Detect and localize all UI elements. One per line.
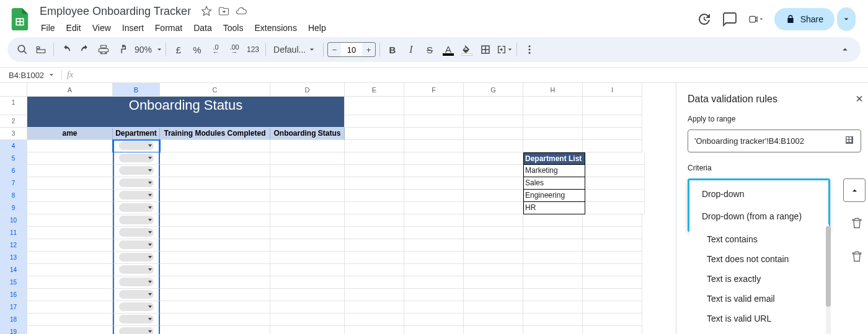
dropdown-chip-cell[interactable] <box>113 252 160 264</box>
dropdown-chip-cell[interactable] <box>113 289 160 301</box>
text-color-button[interactable]: A <box>440 41 457 58</box>
comment-icon[interactable] <box>722 12 737 27</box>
menu-view[interactable]: View <box>87 20 116 35</box>
number-format-button[interactable]: 123 <box>244 41 262 58</box>
sheets-logo-icon[interactable] <box>7 7 32 32</box>
row-header[interactable]: 5 <box>0 152 27 165</box>
row-header[interactable]: 2 <box>0 115 27 128</box>
col-header-B[interactable]: B <box>113 83 160 97</box>
dropdown-chip-cell[interactable] <box>113 314 160 326</box>
criteria-option-valid-url[interactable]: Text is valid URL <box>689 309 829 328</box>
menu-tools[interactable]: Tools <box>218 20 249 35</box>
move-folder-icon[interactable] <box>218 6 229 17</box>
menu-file[interactable]: File <box>36 20 60 35</box>
header-cell[interactable]: Onboarding Status <box>270 128 345 140</box>
dropdown-chip-cell[interactable] <box>113 214 160 227</box>
dropdown-chip-cell[interactable] <box>113 276 160 289</box>
apply-range-input[interactable]: 'Onboarding tracker'!B4:B1002 <box>688 130 861 152</box>
header-cell[interactable] <box>523 128 583 140</box>
menu-extensions[interactable]: Extensions <box>249 20 301 35</box>
col-header-H[interactable]: H <box>523 83 583 97</box>
italic-button[interactable]: I <box>402 41 420 58</box>
font-family-dropdown[interactable]: Defaul... <box>270 45 319 55</box>
name-box[interactable]: B4:B1002 <box>0 71 59 80</box>
dropdown-chip-cell[interactable] <box>113 177 160 190</box>
row-header[interactable]: 10 <box>0 214 27 227</box>
menu-help[interactable]: Help <box>303 20 331 35</box>
more-tools-button[interactable] <box>521 41 538 58</box>
row-header[interactable]: 17 <box>0 301 27 314</box>
row-header[interactable]: 7 <box>0 177 27 190</box>
criteria-option-text-contains[interactable]: Text contains <box>689 229 829 249</box>
row-header[interactable]: 14 <box>0 264 27 276</box>
row-header[interactable]: 8 <box>0 190 27 202</box>
dropdown-chip-cell[interactable] <box>113 190 160 202</box>
spreadsheet-grid[interactable]: ABCDEFGHI 1Onboarding Status23ameDepartm… <box>0 83 676 334</box>
row-header[interactable]: 12 <box>0 239 27 252</box>
row-header[interactable]: 13 <box>0 252 27 264</box>
close-icon[interactable]: × <box>856 92 863 106</box>
delete-rule-icon-2[interactable] <box>851 250 863 265</box>
row-header[interactable]: 15 <box>0 276 27 289</box>
dropdown-chip-cell[interactable] <box>113 140 160 152</box>
doc-title[interactable]: Employee Onboarding Tracker <box>36 4 195 19</box>
col-header-I[interactable]: I <box>583 83 642 97</box>
col-header-F[interactable]: F <box>404 83 464 97</box>
menu-data[interactable]: Data <box>188 20 217 35</box>
history-icon[interactable] <box>696 12 711 27</box>
bold-button[interactable]: B <box>384 41 401 58</box>
collapse-toolbar-button[interactable] <box>836 40 854 59</box>
col-header-E[interactable]: E <box>345 83 404 97</box>
menu-format[interactable]: Format <box>150 20 187 35</box>
borders-button[interactable] <box>477 41 494 58</box>
increase-decimal-button[interactable]: .00→ <box>226 41 243 58</box>
print-icon[interactable] <box>95 41 112 58</box>
menu-edit[interactable]: Edit <box>61 20 86 35</box>
undo-icon[interactable] <box>58 41 75 58</box>
meet-icon[interactable] <box>748 12 763 27</box>
font-size-input[interactable] <box>341 42 362 57</box>
header-cell[interactable] <box>404 128 464 140</box>
grid-select-icon[interactable] <box>844 135 854 147</box>
criteria-option-text-exactly[interactable]: Text is exactly <box>689 269 829 289</box>
header-cell[interactable] <box>583 128 642 140</box>
decrease-decimal-button[interactable]: .0← <box>207 41 224 58</box>
col-header-G[interactable]: G <box>464 83 523 97</box>
paint-format-icon[interactable] <box>113 41 131 58</box>
percent-button[interactable]: % <box>188 41 206 58</box>
row-header[interactable]: 19 <box>0 326 27 334</box>
header-cell[interactable] <box>345 128 404 140</box>
dropdown-chip-cell[interactable] <box>113 239 160 252</box>
redo-icon[interactable] <box>76 41 94 58</box>
criteria-scrollbar[interactable] <box>826 226 831 334</box>
header-cell[interactable]: Department <box>113 128 160 140</box>
criteria-caret[interactable] <box>843 178 866 202</box>
dropdown-chip-cell[interactable] <box>113 227 160 239</box>
delete-rule-icon[interactable] <box>851 217 863 231</box>
dropdown-chip-cell[interactable] <box>113 165 160 177</box>
dropdown-chip-cell[interactable] <box>113 202 160 214</box>
criteria-option-text-not-contain[interactable]: Text does not contain <box>689 249 829 269</box>
zoom-dropdown[interactable]: 90% <box>132 41 162 58</box>
col-header-A[interactable]: A <box>27 83 113 97</box>
row-header[interactable]: 3 <box>0 128 27 140</box>
row-header[interactable]: 16 <box>0 289 27 301</box>
sheet-tab-icon[interactable] <box>32 41 50 58</box>
decrease-font-button[interactable]: − <box>327 42 341 57</box>
increase-font-button[interactable]: + <box>362 42 376 57</box>
search-menu-icon[interactable] <box>14 41 31 58</box>
select-all-corner[interactable] <box>0 83 27 97</box>
fill-color-button[interactable] <box>458 41 476 58</box>
row-header[interactable]: 1 <box>0 97 27 115</box>
share-dropdown[interactable] <box>837 7 856 31</box>
row-header[interactable]: 18 <box>0 314 27 326</box>
row-header[interactable]: 4 <box>0 140 27 152</box>
dropdown-chip-cell[interactable] <box>113 264 160 276</box>
dropdown-chip-cell[interactable] <box>113 152 160 165</box>
col-header-D[interactable]: D <box>270 83 345 97</box>
header-cell[interactable]: ame <box>27 128 113 140</box>
dropdown-chip-cell[interactable] <box>113 301 160 314</box>
currency-button[interactable]: £ <box>170 41 187 58</box>
merge-cells-button[interactable] <box>495 41 513 58</box>
row-header[interactable]: 9 <box>0 202 27 214</box>
